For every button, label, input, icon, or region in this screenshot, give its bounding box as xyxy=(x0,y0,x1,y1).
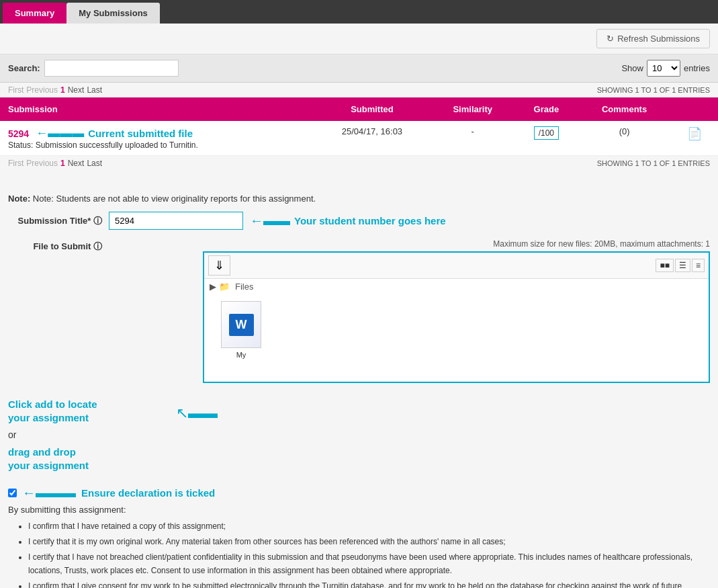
current-file-text: Current submitted file xyxy=(88,128,193,139)
show-label: Show xyxy=(621,63,643,73)
tab-my-submissions[interactable]: My Submissions xyxy=(66,3,160,24)
declaration-check-row: ←▬▬▬ Ensure declaration is ticked xyxy=(8,485,710,501)
current-file-annotation: ←▬▬▬ Current submitted file xyxy=(36,126,193,140)
submission-cell: 5294 ←▬▬▬ Current submitted file Status:… xyxy=(0,121,314,156)
max-size-note: Maximum size for new files: 20MB, maximu… xyxy=(109,239,710,249)
title-label: Submission Title* ⓘ xyxy=(18,216,102,226)
file-grid: W My xyxy=(204,294,709,382)
tab-summary[interactable]: Summary xyxy=(3,3,66,24)
triangle-icon: ▶ xyxy=(210,282,216,292)
folder-icon: 📁 xyxy=(219,282,230,292)
file-label: File to Submit ⓘ xyxy=(33,241,102,251)
search-input[interactable] xyxy=(44,60,179,77)
refresh-button[interactable]: ↻ Refresh Submissions xyxy=(596,29,710,48)
pag-links-bottom: First Previous 1 Next Last xyxy=(8,159,102,168)
decl-item-1: I confirm that I have retained a copy of… xyxy=(28,520,710,533)
col-submission: Submission xyxy=(0,97,314,121)
decl-item-2: I certify that it is my own original wor… xyxy=(28,536,710,548)
pag-links-top: First Previous 1 Next Last xyxy=(8,85,102,95)
showing-text-bottom: SHOWING 1 TO 1 OF 1 ENTRIES xyxy=(597,159,710,167)
submissions-table: Submission Submitted Similarity Grade Co… xyxy=(0,97,718,156)
upload-button[interactable]: ⇓ xyxy=(208,255,230,276)
pag-next-bottom[interactable]: Next xyxy=(68,159,85,168)
table-row: 5294 ←▬▬▬ Current submitted file Status:… xyxy=(0,121,718,156)
pagination-top: First Previous 1 Next Last SHOWING 1 TO … xyxy=(0,83,718,97)
grid-view-icon[interactable]: ■■ xyxy=(656,259,674,272)
pag-last-top[interactable]: Last xyxy=(87,85,102,95)
note-content: Note: Students are not able to view orig… xyxy=(33,194,316,204)
title-annotation: ←▬▬ Your student number goes here xyxy=(250,213,446,228)
file-tree-label: Files xyxy=(235,282,253,292)
file-label-text: File to Submit xyxy=(33,241,91,251)
comments-cell: (0) xyxy=(578,121,671,156)
similarity-cell: - xyxy=(431,121,515,156)
declaration-annotation-text: Ensure declaration is ticked xyxy=(81,487,215,499)
col-grade: Grade xyxy=(515,97,578,121)
pag-last-bottom[interactable]: Last xyxy=(87,159,102,168)
declaration-section: ←▬▬▬ Ensure declaration is ticked By sub… xyxy=(0,478,718,588)
drag-drop-annotation: drag and drop your assignment xyxy=(8,446,163,472)
entries-select[interactable]: 10 25 50 100 xyxy=(647,60,680,77)
file-tree-row: ▶ 📁 Files xyxy=(204,279,709,294)
tabs-bar: Summary My Submissions xyxy=(0,0,718,24)
form-note: Note: Note: Students are not able to vie… xyxy=(8,194,710,204)
grade-max: /100 xyxy=(539,128,554,138)
pag-current-bottom[interactable]: 1 xyxy=(60,159,65,168)
pag-next-top[interactable]: Next xyxy=(68,85,85,95)
detail-view-icon[interactable]: ≡ xyxy=(692,259,705,272)
arrow-icon: ←▬▬▬ xyxy=(36,126,84,140)
file-upload-area[interactable]: ⇓ ■■ ☰ ≡ ▶ 📁 Files W xyxy=(203,251,710,383)
file-name: My xyxy=(236,351,246,359)
col-submitted: Submitted xyxy=(314,97,431,121)
check-annotation-group: ←▬▬▬ Ensure declaration is ticked xyxy=(8,485,215,501)
pagination-bottom: First Previous 1 Next Last SHOWING 1 TO … xyxy=(0,156,718,171)
search-label: Search: xyxy=(8,63,40,73)
pag-current-top[interactable]: 1 xyxy=(60,85,65,95)
pag-first-bottom[interactable]: First xyxy=(8,159,24,168)
submitted-cell: 25/04/17, 16:03 xyxy=(314,121,431,156)
showing-text-top: SHOWING 1 TO 1 OF 1 ENTRIES xyxy=(597,86,710,94)
view-icons: ■■ ☰ ≡ xyxy=(656,259,705,272)
col-comments: Comments xyxy=(578,97,671,121)
pag-first-top[interactable]: First xyxy=(8,85,24,95)
show-entries-group: Show 10 25 50 100 entries xyxy=(621,60,710,77)
refresh-label: Refresh Submissions xyxy=(617,34,700,44)
word-file-icon: W xyxy=(221,301,261,348)
declaration-list: I confirm that I have retained a copy of… xyxy=(8,520,710,588)
toolbar: ↻ Refresh Submissions xyxy=(0,24,718,54)
col-action xyxy=(671,97,718,121)
pag-prev-top[interactable]: Previous xyxy=(26,85,58,95)
grade-box: /100 xyxy=(534,126,559,140)
grade-cell: /100 xyxy=(515,121,578,156)
refresh-icon: ↻ xyxy=(607,34,614,44)
submission-status: Status: Submission successfully uploaded… xyxy=(8,140,306,150)
search-group: Search: xyxy=(8,60,179,77)
declaration-intro: By submitting this assignment: xyxy=(8,505,710,515)
decl-item-4: I confirm that I give consent for my wor… xyxy=(28,580,710,588)
pag-prev-bottom[interactable]: Previous xyxy=(26,159,58,168)
declaration-checkbox[interactable] xyxy=(8,489,17,497)
submission-id[interactable]: 5294 xyxy=(8,128,29,139)
or-text: or xyxy=(8,429,163,440)
file-help-icon[interactable]: ⓘ xyxy=(93,241,102,251)
decl-item-3: I certify that I have not breached clien… xyxy=(28,551,710,577)
search-bar: Search: Show 10 25 50 100 entries xyxy=(0,54,718,83)
file-item: W My xyxy=(211,301,271,375)
list-view-icon[interactable]: ☰ xyxy=(675,259,690,272)
title-help-icon[interactable]: ⓘ xyxy=(93,216,102,226)
title-label-text: Submission Title* xyxy=(18,216,91,226)
form-section: Note: Note: Students are not able to vie… xyxy=(0,183,718,472)
entries-suffix: entries xyxy=(684,63,710,73)
download-icon[interactable]: 📄 xyxy=(687,127,702,140)
action-cell: 📄 xyxy=(671,121,718,156)
word-icon-letter: W xyxy=(229,314,254,336)
title-input[interactable] xyxy=(109,212,243,230)
col-similarity: Similarity xyxy=(431,97,515,121)
click-add-annotation: Click add to locate your assignment xyxy=(8,398,163,424)
upload-toolbar: ⇓ ■■ ☰ ≡ xyxy=(204,253,709,279)
title-annotation-text: Your student number goes here xyxy=(294,215,446,226)
